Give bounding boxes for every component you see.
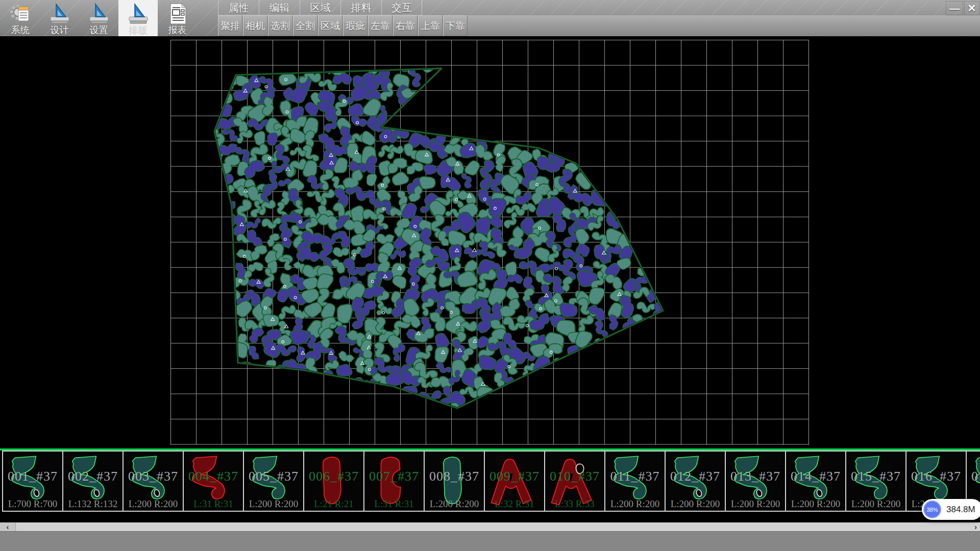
horizontal-scrollbar[interactable]: ‹ ›: [0, 522, 980, 531]
filmstrip-cells: 001_#37L:700 R:700002_#37L:132 R:132003_…: [0, 450, 980, 512]
tool-button-5[interactable]: 区域: [318, 15, 342, 36]
piece-thumbnail-shape: [6, 453, 60, 510]
tool-button-10[interactable]: 下靠: [443, 15, 468, 36]
main-toolbar: 系统设计设置排版报表 属性编辑区域排料交互 聚排相机选割全割区域瑕疵左靠右靠上靠…: [0, 0, 980, 36]
tool-button-2[interactable]: 相机: [243, 15, 267, 36]
filmstrip-item-005_#37[interactable]: 005_#37L:200 R:200: [243, 450, 304, 512]
piece-thumbnail-shape: [66, 453, 120, 510]
scroll-left-arrow-icon[interactable]: ‹: [0, 522, 16, 531]
piece-thumbnail-shape: [728, 453, 782, 510]
main-button-3[interactable]: 设置: [79, 0, 118, 36]
menu-tab-2[interactable]: 编辑: [259, 0, 300, 15]
filmstrip-item-006_#37[interactable]: 006_#37L:21 R:21: [303, 450, 364, 512]
system-gear-icon: [9, 3, 32, 25]
piece-thumbnail-shape: [789, 453, 843, 510]
menu-tab-4[interactable]: 排料: [340, 0, 381, 15]
nesting-setsquare-icon: [127, 3, 150, 25]
main-button-label: 设置: [90, 26, 108, 35]
main-button-2[interactable]: 设计: [40, 0, 79, 36]
nesting-canvas[interactable]: [0, 36, 980, 448]
main-mode-buttons: 系统设计设置排版报表: [1, 0, 197, 36]
report-document-icon: [166, 3, 189, 25]
main-button-1[interactable]: 系统: [1, 0, 40, 36]
main-button-label: 排版: [129, 26, 148, 35]
menu-tab-bar: 属性编辑区域排料交互: [218, 0, 422, 15]
filmstrip-item-008_#37[interactable]: 008_#37L:200 R:200: [424, 450, 485, 512]
tool-button-4[interactable]: 全割: [293, 15, 317, 36]
application-window: 系统设计设置排版报表 属性编辑区域排料交互 聚排相机选割全割区域瑕疵左靠右靠上靠…: [0, 0, 980, 551]
piece-thumbnail-shape: [668, 453, 722, 510]
piece-thumbnail-shape: [608, 453, 662, 510]
close-button[interactable]: ✕: [964, 1, 979, 15]
progress-size-label: 384.8M: [946, 505, 975, 515]
filmstrip-item-012_#37[interactable]: 012_#37L:200 R:200: [665, 450, 726, 512]
piece-filmstrip: 001_#37L:700 R:700002_#37L:132 R:132003_…: [0, 448, 980, 522]
settings-setsquare-icon: [88, 3, 110, 25]
tool-button-7[interactable]: 左靠: [368, 15, 393, 36]
menu-tab-5[interactable]: 交互: [381, 0, 422, 15]
menu-tab-1[interactable]: 属性: [218, 0, 259, 15]
filmstrip-item-010_#37[interactable]: 010_#37L:33 R:33: [544, 450, 605, 512]
filmstrip-item-002_#37[interactable]: 002_#37L:132 R:132: [62, 450, 124, 512]
filmstrip-item-003_#37[interactable]: 003_#37L:200 R:200: [122, 450, 184, 512]
piece-thumbnail-shape: [126, 453, 180, 510]
tool-button-row: 聚排相机选割全割区域瑕疵左靠右靠上靠下靠: [218, 15, 468, 36]
main-button-label: 报表: [168, 26, 187, 35]
filmstrip-item-004_#37[interactable]: 004_#37L:31 R:31: [183, 450, 244, 512]
filmstrip-item-013_#37[interactable]: 013_#37L:200 R:200: [725, 450, 786, 512]
filmstrip-item-011_#37[interactable]: 011_#37L:200 R:200: [604, 450, 666, 512]
nesting-canvas-area[interactable]: [0, 36, 980, 448]
scroll-right-arrow-icon[interactable]: ›: [974, 522, 977, 531]
main-button-4[interactable]: 排版: [118, 0, 158, 36]
tool-button-6[interactable]: 瑕疵: [343, 15, 368, 36]
tool-button-1[interactable]: 聚排: [218, 15, 242, 36]
minimize-button[interactable]: —: [946, 1, 963, 15]
piece-thumbnail-shape: [849, 453, 903, 510]
piece-thumbnail-shape: [548, 453, 602, 510]
piece-thumbnail-shape: [307, 453, 361, 510]
status-bar: [0, 531, 980, 551]
piece-thumbnail-shape: [367, 453, 421, 510]
tool-button-3[interactable]: 选割: [268, 15, 292, 36]
piece-thumbnail-shape: [186, 453, 240, 510]
filmstrip-item-007_#37[interactable]: 007_#37L:31 R:31: [363, 450, 425, 512]
piece-thumbnail-shape: [247, 453, 301, 510]
download-progress-pill[interactable]: 38% 384.8M: [922, 499, 980, 520]
design-setsquare-icon: [48, 3, 71, 25]
piece-thumbnail-shape: [427, 453, 481, 510]
main-button-label: 设计: [51, 26, 69, 35]
piece-thumbnail-shape: [487, 453, 542, 510]
tool-button-band: 聚排相机选割全割区域瑕疵左靠右靠上靠下靠: [218, 15, 980, 36]
filmstrip-item-014_#37[interactable]: 014_#37L:200 R:200: [785, 450, 846, 512]
main-button-label: 系统: [11, 26, 30, 35]
tool-button-9[interactable]: 上靠: [418, 15, 443, 36]
progress-percent-badge: 38%: [923, 500, 941, 518]
filmstrip-item-015_#37[interactable]: 015_#37L:200 R:200: [845, 450, 906, 512]
filmstrip-item-009_#37[interactable]: 009_#37L:32 R:31: [484, 450, 545, 512]
menu-tab-3[interactable]: 区域: [300, 0, 340, 15]
filmstrip-item-001_#37[interactable]: 001_#37L:700 R:700: [2, 450, 63, 512]
main-button-5[interactable]: 报表: [158, 0, 197, 36]
tool-button-8[interactable]: 右靠: [393, 15, 418, 36]
